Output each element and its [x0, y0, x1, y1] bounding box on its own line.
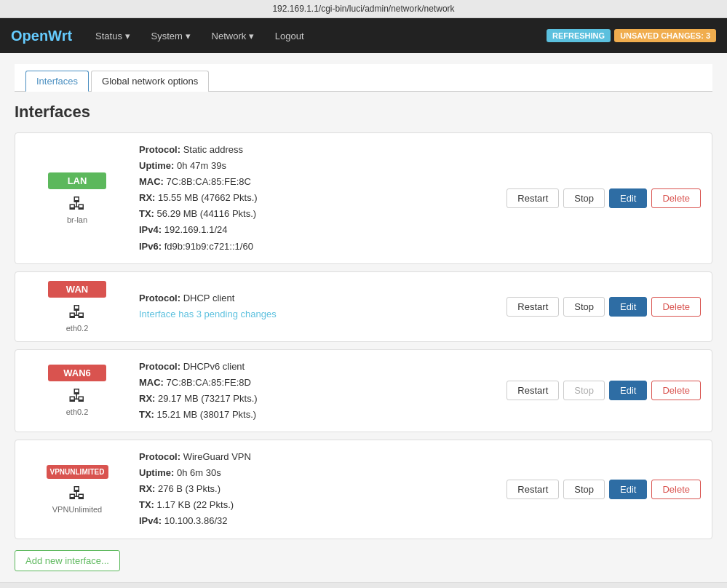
- ipv6-value-lan: fd9b:91b9:c721::1/60: [164, 241, 253, 252]
- interface-info-wan6: Protocol: DHCPv6 client MAC: 7C:8B:CA:85…: [128, 359, 506, 423]
- stop-button-wan[interactable]: Stop: [563, 297, 605, 317]
- interface-info-vpnunlimited: Protocol: WireGuard VPN Uptime: 0h 6m 30…: [128, 449, 506, 529]
- interface-icon-wan6: 🖧: [68, 386, 86, 406]
- interface-badge-wan6: WAN6: [48, 365, 106, 381]
- stop-button-lan[interactable]: Stop: [563, 188, 605, 208]
- footer-actions: Save & Apply ▾ Save Reset ↑: [0, 582, 727, 589]
- stop-button-wan6[interactable]: Stop: [563, 381, 605, 400]
- ipv6-label-lan: IPv6:: [139, 241, 162, 252]
- tx-label-lan: TX:: [139, 208, 154, 219]
- protocol-label-wan6: Protocol:: [139, 361, 180, 372]
- navbar: OpenWrt Status ▾ System ▾ Network ▾ Logo…: [0, 18, 727, 53]
- nav-menu: Status ▾ System ▾ Network ▾ Logout: [87, 26, 547, 46]
- delete-button-vpn[interactable]: Delete: [651, 480, 701, 499]
- mac-label-lan: MAC:: [139, 176, 164, 187]
- interface-left-wan: WAN 🖧 eth0.2: [26, 281, 128, 333]
- interface-badge-wan: WAN: [48, 281, 106, 298]
- tx-value-wan6: 15.21 MB (38017 Pkts.): [157, 409, 257, 420]
- ipv4-label-lan: IPv4:: [139, 224, 162, 235]
- tx-label-wan6: TX:: [139, 409, 154, 420]
- protocol-label-lan: Protocol:: [139, 144, 180, 155]
- brand: OpenWrt: [11, 28, 72, 44]
- tx-value-lan: 56.29 MB (44116 Pkts.): [157, 208, 257, 219]
- interface-icon-wan: 🖧: [68, 302, 86, 322]
- restart-button-wan6[interactable]: Restart: [506, 381, 559, 400]
- interface-subname-lan: br-lan: [67, 215, 87, 224]
- tx-value-vpn: 1.17 KB (22 Pkts.): [157, 499, 234, 510]
- pending-changes-wan[interactable]: Interface has 3 pending changes: [139, 309, 277, 319]
- nav-status[interactable]: Status ▾: [87, 26, 138, 46]
- interface-card-lan: LAN 🖧 br-lan Protocol: Static address Up…: [15, 132, 712, 264]
- interface-left-lan: LAN 🖧 br-lan: [26, 172, 128, 224]
- tab-global-network-options[interactable]: Global network options: [91, 71, 209, 92]
- interface-icon-vpnunlimited: 🖧: [68, 483, 86, 504]
- url-bar: 192.169.1.1/cgi-bin/luci/admin/network/n…: [0, 0, 727, 18]
- add-interface-button[interactable]: Add new interface...: [15, 550, 120, 571]
- interface-left-wan6: WAN6 🖧 eth0.2: [26, 365, 128, 416]
- protocol-label-wan: Protocol:: [139, 293, 180, 303]
- rx-value-wan6: 29.17 MB (73217 Pkts.): [158, 393, 258, 404]
- restart-button-wan[interactable]: Restart: [506, 297, 559, 317]
- navbar-right: REFRESHING UNSAVED CHANGES: 3: [547, 29, 716, 42]
- edit-button-wan6[interactable]: Edit: [609, 381, 647, 400]
- interface-actions-wan: Restart Stop Edit Delete: [506, 297, 701, 317]
- interface-info-lan: Protocol: Static address Uptime: 0h 47m …: [128, 142, 506, 255]
- tab-bar: Interfaces Global network options: [15, 64, 712, 92]
- interface-left-vpnunlimited: VPNUNLIMITED 🖧 VPNUnlimited: [26, 465, 128, 514]
- url-text: 192.169.1.1/cgi-bin/luci/admin/network/n…: [272, 4, 454, 14]
- interface-actions-wan6: Restart Stop Edit Delete: [506, 381, 701, 400]
- nav-network[interactable]: Network ▾: [203, 26, 263, 46]
- tab-interfaces[interactable]: Interfaces: [25, 71, 89, 92]
- interface-badge-lan: LAN: [48, 172, 106, 189]
- refreshing-badge: REFRESHING: [547, 29, 611, 42]
- delete-button-lan[interactable]: Delete: [651, 188, 701, 208]
- edit-button-wan[interactable]: Edit: [609, 297, 647, 317]
- ipv4-value-lan: 192.169.1.1/24: [164, 224, 228, 235]
- protocol-value-vpn: WireGuard VPN: [183, 451, 251, 462]
- interface-info-wan: Protocol: DHCP client Interface has 3 pe…: [128, 290, 506, 322]
- ipv4-value-vpn: 10.100.3.86/32: [164, 515, 228, 526]
- tx-label-vpn: TX:: [139, 499, 154, 510]
- rx-value-vpn: 276 B (3 Pkts.): [158, 483, 221, 494]
- rx-label-lan: RX:: [139, 192, 155, 203]
- nav-system[interactable]: System ▾: [143, 26, 199, 46]
- uptime-label-lan: Uptime:: [139, 160, 174, 171]
- uptime-label-vpn: Uptime:: [139, 467, 174, 478]
- interface-badge-vpnunlimited: VPNUNLIMITED: [47, 465, 108, 479]
- rx-value-lan: 15.55 MB (47662 Pkts.): [158, 192, 258, 203]
- mac-value-wan6: 7C:8B:CA:85:FE:8D: [167, 377, 251, 388]
- mac-value-lan: 7C:8B:CA:85:FE:8C: [167, 176, 251, 187]
- uptime-value-lan: 0h 47m 39s: [177, 160, 226, 171]
- delete-button-wan[interactable]: Delete: [651, 297, 701, 317]
- rx-label-wan6: RX:: [139, 393, 155, 404]
- rx-label-vpn: RX:: [139, 483, 155, 494]
- protocol-value-wan6: DHCPv6 client: [183, 361, 245, 372]
- interface-icon-lan: 🖧: [68, 194, 86, 214]
- page-title: Interfaces: [15, 103, 712, 122]
- interface-subname-wan: eth0.2: [66, 324, 89, 333]
- protocol-value-lan: Static address: [183, 144, 243, 155]
- unsaved-badge[interactable]: UNSAVED CHANGES: 3: [614, 29, 716, 42]
- ipv4-label-vpn: IPv4:: [139, 515, 162, 526]
- protocol-label-vpn: Protocol:: [139, 451, 180, 462]
- interface-actions-vpnunlimited: Restart Stop Edit Delete: [506, 480, 701, 499]
- interface-actions-lan: Restart Stop Edit Delete: [506, 188, 701, 208]
- interface-subname-vpnunlimited: VPNUnlimited: [52, 505, 102, 514]
- protocol-value-wan: DHCP client: [183, 293, 235, 303]
- nav-logout[interactable]: Logout: [266, 26, 313, 46]
- uptime-value-vpn: 0h 6m 30s: [177, 467, 221, 478]
- interface-card-wan: WAN 🖧 eth0.2 Protocol: DHCP client Inter…: [15, 271, 712, 342]
- restart-button-vpn[interactable]: Restart: [506, 480, 559, 499]
- mac-label-wan6: MAC:: [139, 377, 164, 388]
- interface-card-wan6: WAN6 🖧 eth0.2 Protocol: DHCPv6 client MA…: [15, 349, 712, 432]
- restart-button-lan[interactable]: Restart: [506, 188, 559, 208]
- edit-button-lan[interactable]: Edit: [609, 188, 647, 208]
- interface-subname-wan6: eth0.2: [66, 408, 89, 416]
- delete-button-wan6[interactable]: Delete: [651, 381, 701, 400]
- interface-card-vpnunlimited: VPNUNLIMITED 🖧 VPNUnlimited Protocol: Wi…: [15, 440, 712, 539]
- stop-button-vpn[interactable]: Stop: [563, 480, 605, 499]
- edit-button-vpn[interactable]: Edit: [609, 480, 647, 499]
- content: Interfaces Global network options Interf…: [0, 53, 727, 582]
